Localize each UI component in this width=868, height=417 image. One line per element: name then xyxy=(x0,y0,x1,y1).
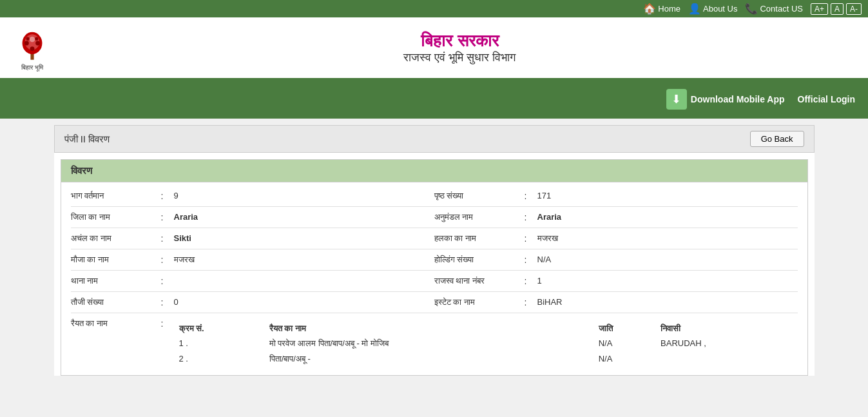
detail-left-anchal: अचंल का नाम : Sikti xyxy=(71,233,434,244)
contact-link[interactable]: 📞 Contact US xyxy=(745,3,802,15)
raiyat-row-1-naam: पिता/बाप/अबू - xyxy=(264,351,593,367)
rajasv-thana-value: 1 xyxy=(537,276,798,286)
tauji-value: 0 xyxy=(174,297,434,307)
about-icon: 👤 xyxy=(688,3,701,15)
detail-right-anumandal: अनुमंडल नाम : Araria xyxy=(434,212,798,222)
thana-colon: : xyxy=(161,276,174,286)
thana-label: थाना नाम xyxy=(71,276,161,286)
jila-colon: : xyxy=(161,212,174,222)
detail-right-holding: होल्डिंग संख्या : N/A xyxy=(434,255,798,265)
raiyat-table-row: 1 .मो परवेज आलम पिता/बाप/अबू - मो मोजिबN… xyxy=(174,336,798,351)
halka-colon: : xyxy=(525,233,537,244)
top-navigation: 🏠 Home 👤 About Us 📞 Contact US A+ A A- xyxy=(0,0,868,17)
font-decrease-btn[interactable]: A- xyxy=(846,3,862,15)
mauja-label: मौजा का नाम xyxy=(71,255,161,265)
detail-row-raiyat: रैयत का नाम : क्रम सं. रैयत का नाम जाति … xyxy=(71,313,798,372)
halka-label: हलका का नाम xyxy=(434,233,525,244)
logo-subtext: बिहार भूमि xyxy=(21,64,43,72)
header-title-area: बिहार सरकार राजस्व एवं भूमि सुधार विभाग xyxy=(64,31,855,64)
halka-value: मजरख xyxy=(537,233,798,244)
logo-image xyxy=(13,24,52,63)
contact-label: Contact US xyxy=(760,4,802,14)
svg-point-6 xyxy=(30,46,35,51)
raiyat-col-naam: रैयत का नाम xyxy=(264,322,593,336)
detail-row-jila: जिला का नाम : Araria अनुमंडल नाम : Arari… xyxy=(71,207,798,228)
mauja-value: मजरख xyxy=(174,255,434,265)
detail-left-bhag: भाग वर्तमान : 9 xyxy=(71,191,434,201)
svg-point-4 xyxy=(24,41,29,46)
svg-point-5 xyxy=(35,41,40,46)
detail-right-halka: हलका का नाम : मजरख xyxy=(434,233,798,244)
raiyat-row-1-kram: 2 . xyxy=(174,351,264,367)
site-subtitle-hindi: राजस्व एवं भूमि सुधार विभाग xyxy=(64,51,855,64)
svg-point-8 xyxy=(35,37,38,41)
raiyat-row-1-jaati: N/A xyxy=(593,351,655,367)
mauja-colon: : xyxy=(161,255,174,265)
anumandal-label: अनुमंडल नाम xyxy=(434,212,525,222)
detail-right-estate: इस्टेट का नाम : BiHAR xyxy=(434,297,798,307)
tauji-colon: : xyxy=(161,297,174,307)
bhag-colon: : xyxy=(161,191,174,201)
raiyat-col-jaati: जाति xyxy=(593,322,655,336)
action-bar: ⬇ Download Mobile App Official Login xyxy=(0,80,868,119)
detail-right-rajasv-thana: राजस्व थाना नंबर : 1 xyxy=(434,276,798,286)
download-app-label: Download Mobile App xyxy=(691,94,785,104)
tauji-label: तौजी संख्या xyxy=(71,297,161,307)
raiyat-table-row: 2 .पिता/बाप/अबू -N/A xyxy=(174,351,798,367)
detail-left-jila: जिला का नाम : Araria xyxy=(71,212,434,222)
detail-row-mauja: मौजा का नाम : मजरख होल्डिंग संख्या : N/A xyxy=(71,249,798,271)
raiyat-row-0-naam: मो परवेज आलम पिता/बाप/अबू - मो मोजिब xyxy=(264,336,593,351)
detail-right-prishtha: पृष्ठ संख्या : 171 xyxy=(434,191,798,201)
detail-left-thana: थाना नाम : xyxy=(71,276,434,286)
holding-value: N/A xyxy=(537,255,798,264)
prishtha-value: 171 xyxy=(537,191,798,200)
go-back-button[interactable]: Go Back xyxy=(750,131,804,147)
rajasv-thana-colon: : xyxy=(525,276,537,286)
detail-row-tauji: तौजी संख्या : 0 इस्टेट का नाम : BiHAR xyxy=(71,292,798,313)
download-app-button[interactable]: ⬇ Download Mobile App xyxy=(666,89,785,110)
site-header: बिहार भूमि बिहार सरकार राजस्व एवं भूमि स… xyxy=(0,17,868,80)
bhag-label: भाग वर्तमान xyxy=(71,191,161,201)
site-title-hindi: बिहार सरकार xyxy=(64,31,855,51)
download-icon: ⬇ xyxy=(666,89,687,110)
font-normal-btn[interactable]: A xyxy=(831,3,844,15)
logo-area: बिहार भूमि xyxy=(13,24,52,72)
jila-label: जिला का नाम xyxy=(71,212,161,222)
raiyat-table-container: क्रम सं. रैयत का नाम जाति निवासी 1 .मो प… xyxy=(174,318,798,367)
anumandal-value: Araria xyxy=(537,212,798,222)
details-section: विवरण भाग वर्तमान : 9 पृष्ठ संख्या : 171… xyxy=(61,159,808,376)
home-icon: 🏠 xyxy=(643,3,656,15)
holding-colon: : xyxy=(525,255,537,265)
bhag-value: 9 xyxy=(174,191,434,200)
details-section-header: विवरण xyxy=(61,160,807,182)
font-controls: A+ A A- xyxy=(811,3,862,15)
anumandal-colon: : xyxy=(525,212,537,222)
detail-row-anchal: अचंल का नाम : Sikti हलका का नाम : मजरख xyxy=(71,228,798,249)
raiyat-table-header-row: क्रम सं. रैयत का नाम जाति निवासी xyxy=(174,322,798,336)
anchal-value: Sikti xyxy=(174,233,434,243)
jila-value: Araria xyxy=(174,212,434,222)
detail-row-thana: थाना नाम : राजस्व थाना नंबर : 1 xyxy=(71,271,798,292)
font-increase-btn[interactable]: A+ xyxy=(811,3,828,15)
raiyat-row-0-nivaasi: BARUDAH , xyxy=(655,336,797,351)
detail-left-mauja: मौजा का नाम : मजरख xyxy=(71,255,434,265)
official-login-link[interactable]: Official Login xyxy=(798,94,855,104)
svg-point-3 xyxy=(30,37,35,43)
home-label: Home xyxy=(658,4,680,14)
raiyat-row-1-nivaasi xyxy=(655,351,797,367)
prishtha-colon: : xyxy=(525,191,537,201)
rajasv-thana-label: राजस्व थाना नंबर xyxy=(434,276,525,286)
raiyat-colon: : xyxy=(161,318,174,329)
detail-left-tauji: तौजी संख्या : 0 xyxy=(71,297,434,307)
raiyat-table: क्रम सं. रैयत का नाम जाति निवासी 1 .मो प… xyxy=(174,322,798,367)
estate-label: इस्टेट का नाम xyxy=(434,297,525,307)
raiyat-label: रैयत का नाम xyxy=(71,318,161,329)
home-link[interactable]: 🏠 Home xyxy=(643,3,680,15)
raiyat-col-kram: क्रम सं. xyxy=(174,322,264,336)
estate-value: BiHAR xyxy=(537,297,798,307)
about-link[interactable]: 👤 About Us xyxy=(688,3,737,15)
raiyat-row-0-jaati: N/A xyxy=(593,336,655,351)
estate-colon: : xyxy=(525,297,537,307)
raiyat-col-nivaasi: निवासी xyxy=(655,322,797,336)
anchal-colon: : xyxy=(161,233,174,244)
